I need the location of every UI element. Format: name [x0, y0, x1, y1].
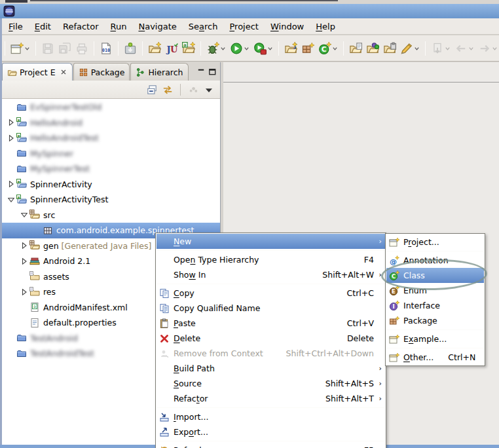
new-submenu-item-class[interactable]: CClass	[386, 268, 484, 283]
new-submenu-item-project[interactable]: Project...	[386, 234, 484, 250]
maximize-view-button[interactable]	[208, 67, 217, 77]
new-package-icon	[389, 316, 403, 326]
tree-item-label: AndroidManifest.xml	[43, 303, 128, 312]
tree-expanded-arrow-icon[interactable]	[6, 195, 16, 205]
link-with-editor-button[interactable]	[162, 84, 174, 96]
context-menu-item-build-path[interactable]: Build Path›	[157, 361, 385, 376]
menubar-item-help[interactable]: Help	[310, 20, 341, 33]
dropdown-chevron-icon[interactable]	[445, 43, 451, 54]
dropdown-chevron-icon[interactable]	[492, 43, 498, 54]
tree-arrow-spacer	[19, 302, 29, 312]
save-button	[39, 41, 56, 56]
screen-edge-artifact	[5, 0, 28, 3]
tree-collapsed-arrow-icon[interactable]	[19, 240, 29, 251]
tree-item-label: res	[43, 287, 56, 297]
dropdown-chevron-icon[interactable]	[220, 43, 226, 54]
binary-file-button[interactable]: 010	[98, 41, 115, 56]
dropdown-chevron-icon[interactable]	[332, 43, 338, 54]
last-edit-location-button	[429, 41, 453, 56]
folder-closed-icon	[16, 148, 27, 159]
window-titlebar[interactable]	[0, 4, 499, 18]
new-package-toolbar-button[interactable]	[299, 41, 316, 56]
context-menu-item-open-type-hierarchy[interactable]: Open Type HierarchyF4	[157, 252, 385, 267]
new-wizard-button[interactable]	[9, 41, 32, 56]
view-menu-button[interactable]	[203, 84, 215, 96]
tree-item-helloandroidtest[interactable]: aHelloAndroidTest	[2, 130, 220, 146]
run-button[interactable]	[228, 41, 251, 56]
context-menu-item-show-in[interactable]: Show InShift+Alt+W›	[157, 267, 385, 282]
svg-text:a: a	[18, 195, 20, 198]
dropdown-chevron-icon[interactable]	[414, 43, 420, 54]
menubar-item-navigate[interactable]: Navigate	[132, 20, 182, 33]
folder-clipboard-button[interactable]	[381, 41, 398, 56]
new-junit-test-button[interactable]: JU	[163, 41, 180, 56]
context-menu-item-export[interactable]: Export...	[157, 424, 385, 439]
menubar-item-refactor[interactable]: Refactor	[57, 20, 105, 33]
context-menu-item-delete[interactable]: DeleteDelete	[157, 331, 385, 346]
menu-separator	[387, 348, 483, 348]
new-submenu-item-annotation[interactable]: @Annotation	[386, 253, 484, 268]
folder-spheres-button[interactable]	[364, 41, 381, 56]
new-enum-icon: E	[389, 286, 403, 296]
dropdown-chevron-icon[interactable]	[244, 43, 250, 54]
new-submenu-item-interface[interactable]: IInterface	[386, 298, 484, 313]
tab-hierarch[interactable]: Hierarch	[130, 63, 188, 81]
tab-package[interactable]: Package	[73, 63, 130, 81]
toolbar-separator	[343, 41, 344, 56]
menubar-item-run[interactable]: Run	[105, 20, 133, 33]
dropdown-chevron-icon[interactable]	[267, 43, 273, 54]
minimize-view-button[interactable]	[196, 67, 206, 77]
menubar-item-project[interactable]: Project	[223, 20, 265, 33]
menubar-item-search[interactable]: Search	[183, 20, 224, 33]
context-menu-item-source[interactable]: SourceShift+Alt+S›	[157, 376, 385, 391]
tree-item-spinneractivitytest[interactable]: aSpinnerActivityTest	[2, 192, 220, 208]
menubar-item-file[interactable]: File	[3, 20, 29, 33]
menu-item-label: Remove from Context	[174, 348, 263, 358]
new-android-project-button[interactable]: a	[180, 41, 197, 56]
context-menu-item-refactor[interactable]: RefactorShift+Alt+T›	[157, 391, 385, 406]
dropdown-chevron-icon[interactable]	[468, 43, 474, 54]
context-menu-item-paste[interactable]: PasteCtrl+V	[157, 316, 385, 331]
tree-collapsed-arrow-icon[interactable]	[19, 287, 29, 297]
tree-item-helloandroid[interactable]: aHelloAndroid	[2, 115, 220, 131]
android-install-button[interactable]	[122, 41, 139, 56]
tree-collapsed-arrow-icon[interactable]	[6, 133, 16, 143]
tree-expanded-arrow-icon[interactable]	[19, 210, 29, 220]
tree-collapsed-arrow-icon[interactable]	[6, 117, 16, 128]
marker-pen-button[interactable]	[398, 41, 422, 56]
new-java-wizard-button[interactable]	[146, 41, 163, 56]
toolbar-separator	[118, 41, 119, 56]
collapse-all-button[interactable]	[146, 84, 158, 96]
context-menu-item-copy[interactable]: CopyCtrl+C	[157, 286, 385, 301]
run-external-button[interactable]	[251, 41, 275, 56]
menubar-item-edit[interactable]: Edit	[29, 20, 57, 33]
context-menu-item-import[interactable]: Import...	[157, 409, 385, 424]
tree-item-label: TestAndroidTest	[30, 348, 94, 358]
tree-collapsed-arrow-icon[interactable]	[6, 179, 16, 189]
debug-button[interactable]	[204, 41, 228, 56]
new-class-toolbar-button[interactable]: C	[316, 41, 340, 56]
new-submenu-item-package[interactable]: Package	[386, 313, 484, 328]
tree-collapsed-arrow-icon[interactable]	[19, 256, 29, 267]
new-submenu-item-other[interactable]: Other...Ctrl+N	[386, 350, 484, 365]
menu-item-label: Import...	[174, 412, 208, 422]
new-submenu-item-enum[interactable]: EEnum	[386, 283, 484, 298]
new-java-project-button[interactable]: J	[282, 41, 299, 56]
context-menu-item-refresh[interactable]: RefreshF5	[157, 443, 385, 448]
tree-item-myspinnertest[interactable]: MySpinnerTest	[2, 161, 220, 177]
context-menu-item-copy-qualified-name[interactable]: Copy Qualified Name	[157, 301, 385, 316]
context-menu-item-new[interactable]: New›	[157, 234, 385, 249]
menubar-item-window[interactable]: Window	[265, 20, 310, 33]
tab-close-icon[interactable]	[60, 68, 67, 76]
tree-arrow-spacer	[6, 333, 16, 343]
tree-item-src[interactable]: src	[2, 208, 220, 223]
folder-closed-icon	[16, 333, 27, 343]
folder-document-button[interactable]	[347, 41, 364, 56]
tree-item-myspinner[interactable]: MySpinner	[2, 146, 220, 162]
tree-item-spinneractivity[interactable]: aSpinnerActivity	[2, 177, 220, 193]
tab-project-e[interactable]: Project E	[2, 63, 73, 81]
dropdown-chevron-icon[interactable]	[24, 43, 30, 54]
new-submenu-item-example[interactable]: Example...	[386, 331, 484, 346]
tree-item-evspinnertestold[interactable]: EvSpinnerTestOld	[2, 100, 220, 115]
source-folder-icon	[29, 210, 40, 220]
